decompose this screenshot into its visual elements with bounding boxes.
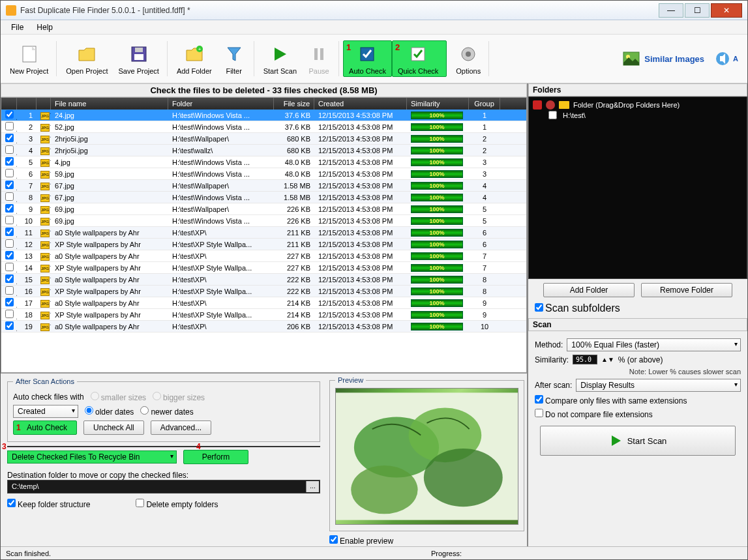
remove-folder-button[interactable]: Remove Folder (641, 283, 732, 297)
row-checkbox[interactable] (5, 239, 14, 248)
table-row[interactable]: 8JPG67.jpgH:\test\Windows Vista ...1.58 … (1, 192, 526, 203)
row-checkbox[interactable] (5, 310, 14, 318)
table-row[interactable]: 7JPG67.jpgH:\test\Wallpaper\1.58 MB12/15… (1, 180, 526, 192)
similar-images-link[interactable]: Similar Images (617, 50, 710, 68)
similarity-label: Similarity: (535, 355, 569, 364)
add-folder-button[interactable]: +Add Folder (172, 41, 217, 76)
start-scan-button[interactable]: Start Scan (258, 41, 302, 76)
table-row[interactable]: 6JPG59.jpgH:\test\Windows Vista ...48.0 … (1, 168, 526, 180)
table-row[interactable]: 15JPGa0 Style wallpapers by AhrH:\test\X… (1, 274, 526, 286)
table-row[interactable]: 19JPGa0 Style wallpapers by AhrH:\test\X… (1, 321, 526, 332)
col-created[interactable]: Created (314, 98, 407, 110)
table-row[interactable]: 11JPGa0 Style wallpapers by AhrH:\test\X… (1, 227, 526, 239)
close-button[interactable]: ✕ (711, 3, 742, 18)
compare-ext-checkbox[interactable] (535, 395, 543, 404)
col-folder[interactable]: Folder (168, 98, 274, 110)
table-row[interactable]: 12JPGXP Style wallpapers by AhrH:\test\X… (1, 239, 526, 250)
row-checkbox[interactable] (5, 321, 14, 330)
open-project-button[interactable]: Open Project (61, 41, 113, 76)
menu-help[interactable]: Help (30, 22, 59, 33)
row-checkbox[interactable] (5, 169, 14, 177)
minimize-button[interactable]: — (659, 3, 683, 18)
col-filesize[interactable]: File size (274, 98, 314, 110)
auto-check-button[interactable]: 1Auto Check (343, 40, 392, 77)
perform-button[interactable]: Perform (183, 450, 248, 464)
row-checkbox[interactable] (5, 204, 14, 213)
delete-empty-checkbox[interactable] (136, 499, 144, 507)
jpg-icon: JPG (40, 136, 50, 143)
delete-action-combo[interactable]: Delete Checked Files To Recycle Bin (7, 450, 177, 464)
table-row[interactable]: 10JPG69.jpgH:\test\Windows Vista ...226 … (1, 215, 526, 227)
photo-icon (622, 51, 640, 66)
row-checkbox[interactable] (5, 228, 14, 236)
app-window: Fast Duplicate File Finder 5.0.0.1 - [un… (0, 0, 748, 560)
uncheck-all-button[interactable]: Uncheck All (83, 420, 144, 435)
quick-check-button[interactable]: 2Quick Check (392, 40, 447, 77)
jpg-icon: JPG (40, 159, 50, 167)
table-row[interactable]: 2JPG52.jpgH:\test\Windows Vista ...37.6 … (1, 121, 526, 133)
col-similarity[interactable]: Similarity (407, 98, 469, 110)
table-row[interactable]: 17JPGa0 Style wallpapers by AhrH:\test\X… (1, 297, 526, 309)
row-checkbox[interactable] (5, 181, 14, 189)
row-checkbox[interactable] (5, 286, 14, 295)
row-checkbox[interactable] (5, 274, 14, 283)
table-row[interactable]: 3JPG2hrjo5i.jpgH:\test\Wallpaper\680 KB1… (1, 133, 526, 145)
table-row[interactable]: 9JPG69.jpgH:\test\Wallpaper\226 KB12/15/… (1, 203, 526, 215)
filter-button[interactable]: Filter (217, 41, 254, 76)
preview-group: Preview (329, 376, 524, 531)
new-project-button[interactable]: New Project (5, 41, 57, 76)
row-checkbox[interactable] (5, 251, 14, 259)
audio-link[interactable]: A (710, 50, 743, 68)
row-checkbox[interactable] (5, 263, 14, 271)
created-combo[interactable]: Created (13, 405, 78, 418)
table-row[interactable]: 1JPG24.jpgH:\test\Windows Vista ...37.6 … (1, 110, 526, 121)
table-row[interactable]: 5JPG4.jpgH:\test\Windows Vista ...48.0 K… (1, 156, 526, 168)
older-dates-radio[interactable] (85, 406, 93, 415)
table-row[interactable]: 4JPG2hrjo5i.jpgH:\test\wallz\680 KB12/15… (1, 145, 526, 156)
save-project-button[interactable]: Save Project (113, 41, 168, 76)
folder-checkbox[interactable] (548, 111, 557, 119)
add-folder-panel-button[interactable]: Add Folder (543, 283, 635, 297)
row-checkbox[interactable] (5, 134, 14, 142)
row-checkbox[interactable] (5, 122, 14, 130)
pause-button[interactable]: Pause (302, 41, 339, 76)
folder-item[interactable]: H:\test\ (531, 110, 744, 120)
row-checkbox[interactable] (5, 192, 14, 201)
start-scan-panel-button[interactable]: Start Scan (540, 426, 736, 456)
after-scan-combo[interactable]: Display Results (576, 379, 741, 392)
auto-check-action-button[interactable]: 1 Auto Check (13, 420, 77, 435)
destination-folder-input[interactable]: C:\temp\... (7, 480, 320, 494)
similarity-bar: 100% (411, 158, 463, 166)
maximize-button[interactable]: ☐ (685, 3, 710, 18)
newer-dates-radio[interactable] (140, 406, 149, 415)
row-checkbox[interactable] (5, 298, 14, 306)
table-row[interactable]: 13JPGa0 Style wallpapers by AhrH:\test\X… (1, 250, 526, 262)
menu-file[interactable]: File (5, 22, 30, 33)
options-button[interactable]: Options (451, 41, 489, 76)
table-row[interactable]: 16JPGXP Style wallpapers by AhrH:\test\X… (1, 286, 526, 297)
no-compare-ext-checkbox[interactable] (535, 409, 543, 417)
col-checkbox[interactable] (1, 98, 17, 110)
titlebar[interactable]: Fast Duplicate File Finder 5.0.0.1 - [un… (1, 1, 747, 20)
enable-preview-checkbox[interactable] (329, 535, 338, 544)
row-checkbox[interactable] (5, 145, 14, 154)
similarity-bar: 100% (411, 311, 463, 319)
method-combo[interactable]: 100% Equal Files (faster) (567, 338, 741, 351)
folders-root[interactable]: Folder (Drag&Drop Folders Here) (531, 100, 744, 110)
table-row[interactable]: 14JPGXP Style wallpapers by AhrH:\test\X… (1, 262, 526, 274)
keep-folder-checkbox[interactable] (7, 499, 16, 507)
similarity-spinner[interactable]: 95.0 (573, 355, 597, 364)
folders-tree[interactable]: Folder (Drag&Drop Folders Here) H:\test\ (528, 96, 747, 279)
col-filename[interactable]: File name (51, 98, 168, 110)
svg-rect-3 (135, 48, 143, 52)
table-row[interactable]: 18JPGXP Style wallpapers by AhrH:\test\X… (1, 309, 526, 321)
row-checkbox[interactable] (5, 110, 14, 119)
after-scan-actions-group: After Scan Actions Auto check files with… (7, 377, 320, 442)
results-grid[interactable]: File name Folder File size Created Simil… (1, 97, 527, 373)
advanced-button[interactable]: Advanced... (151, 420, 211, 435)
row-checkbox[interactable] (5, 216, 14, 224)
row-checkbox[interactable] (5, 157, 14, 166)
scan-subfolders-checkbox[interactable] (535, 303, 543, 312)
col-group[interactable]: Group (469, 98, 500, 110)
browse-button[interactable]: ... (306, 481, 319, 492)
